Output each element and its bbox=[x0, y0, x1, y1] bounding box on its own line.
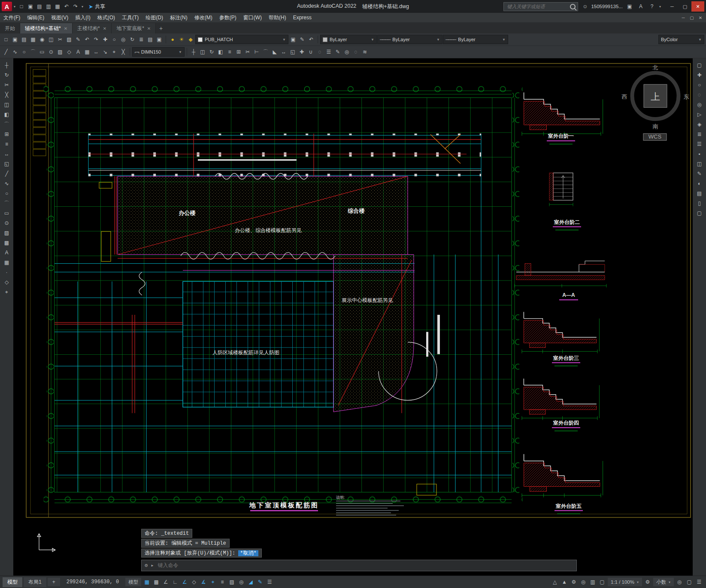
plotstyle-combo[interactable]: ByColor ▼ bbox=[658, 35, 704, 44]
viewcube-up-face[interactable]: 上 bbox=[651, 91, 660, 102]
menu-insert[interactable]: 插入(I) bbox=[72, 13, 94, 22]
array-icon[interactable]: ⊞ bbox=[234, 48, 243, 56]
undo-icon[interactable]: ↶ bbox=[83, 35, 91, 44]
menu-help[interactable]: 帮助(H) bbox=[265, 13, 290, 22]
table-icon[interactable]: ▦ bbox=[83, 48, 91, 56]
graphics-icon[interactable]: ▥ bbox=[588, 578, 597, 586]
ortho-icon[interactable]: ∟ bbox=[171, 578, 179, 586]
tab-close-icon[interactable]: ✕ bbox=[147, 26, 151, 31]
color-combo[interactable]: ByLayer ▼ bbox=[320, 35, 377, 44]
help-caret-icon[interactable]: ▾ bbox=[659, 5, 661, 9]
save-icon[interactable]: ▤ bbox=[35, 2, 44, 11]
copy2-icon[interactable]: ◫ bbox=[3, 100, 11, 109]
transparency-icon[interactable]: ▨ bbox=[227, 578, 236, 586]
lineweight-combo[interactable]: ──── ByLayer ▼ bbox=[443, 35, 508, 44]
layers-icon[interactable]: ≣ bbox=[695, 130, 704, 139]
doc-restore-icon[interactable]: ▢ bbox=[688, 15, 696, 20]
command-input[interactable] bbox=[157, 562, 573, 569]
search-field[interactable] bbox=[503, 2, 578, 11]
viewcube-west[interactable]: 西 bbox=[622, 93, 627, 100]
sheet-set-icon[interactable]: ▤ bbox=[695, 189, 704, 198]
polyline-icon[interactable]: ∿ bbox=[3, 179, 11, 188]
menu-file[interactable]: 文件(F) bbox=[0, 13, 24, 22]
stretch-icon[interactable]: ↔ bbox=[279, 48, 288, 56]
otrack-icon[interactable]: ∡ bbox=[199, 578, 208, 586]
match2-icon[interactable]: ✎ bbox=[333, 48, 342, 56]
menu-draw[interactable]: 绘图(D) bbox=[142, 13, 167, 22]
circle-icon[interactable]: ○ bbox=[20, 48, 28, 56]
tab-dixiashi-diban[interactable]: 地下室底板* ✕ bbox=[112, 23, 156, 33]
cut-icon[interactable]: ✂ bbox=[56, 35, 64, 44]
autocad-logo-icon[interactable]: A bbox=[2, 2, 12, 11]
workspace-icon[interactable]: ⚙ bbox=[570, 578, 578, 586]
block-icon[interactable]: ◇ bbox=[3, 278, 11, 286]
rectangle-icon[interactable]: ▭ bbox=[38, 48, 46, 56]
tab-close-icon[interactable]: ✕ bbox=[103, 26, 106, 31]
extents-icon[interactable]: ◎ bbox=[119, 35, 127, 44]
dynamic-input-icon[interactable]: ✎ bbox=[256, 578, 264, 586]
make-current-icon[interactable]: ▣ bbox=[155, 35, 164, 44]
tab-fulou-jiegou[interactable]: 辅楼结构+基础* ✕ bbox=[20, 23, 73, 33]
trim-icon[interactable]: ✂ bbox=[3, 81, 11, 89]
map-icon[interactable]: ◈ bbox=[695, 120, 704, 129]
viewcube-south[interactable]: 南 bbox=[653, 123, 658, 130]
recent-commands-icon[interactable]: ▸ bbox=[151, 562, 154, 569]
rotate-icon[interactable]: ↻ bbox=[207, 48, 216, 56]
sun-icon[interactable]: ☀ bbox=[177, 35, 186, 44]
dynamic-ucs-icon[interactable]: ◢ bbox=[246, 578, 255, 586]
infer-icon[interactable]: ∠ bbox=[161, 578, 170, 586]
tab-close-icon[interactable]: ✕ bbox=[64, 26, 67, 31]
scale-icon[interactable]: ◱ bbox=[3, 160, 11, 168]
line-icon[interactable]: ╱ bbox=[3, 169, 11, 178]
autodesk-a-icon[interactable]: A bbox=[636, 2, 645, 11]
menu-edit[interactable]: 编辑(E) bbox=[24, 13, 48, 22]
drawing-canvas[interactable]: 办公楼 综合楼 办公楼、综合楼模板配筋另见 展示中心模板配筋另见 人防区域楼板配… bbox=[13, 58, 693, 576]
cycling-icon[interactable]: ◎ bbox=[237, 578, 245, 586]
command-input-bar[interactable]: ⚙ ▸ bbox=[141, 560, 577, 571]
markup-icon[interactable]: ✎ bbox=[695, 169, 704, 178]
osnap-icon[interactable]: ⌖ bbox=[209, 578, 217, 586]
close-button[interactable]: ✕ bbox=[691, 1, 704, 12]
overkill-icon[interactable]: ≋ bbox=[361, 48, 369, 56]
leader-icon[interactable]: ↘ bbox=[101, 48, 109, 56]
isolate-icon[interactable]: ◎ bbox=[342, 48, 351, 56]
text-icon[interactable]: A bbox=[74, 48, 82, 56]
lock-icon[interactable]: ◆ bbox=[186, 35, 195, 44]
redo-icon[interactable]: ↷ bbox=[71, 2, 80, 11]
arc-icon[interactable]: ⌒ bbox=[3, 199, 11, 208]
customize-command-icon[interactable]: ⚙ bbox=[145, 562, 148, 569]
rectangle-icon[interactable]: ▭ bbox=[3, 209, 11, 217]
mirror-icon[interactable]: ◧ bbox=[3, 110, 11, 119]
orbit-icon[interactable]: ◌ bbox=[695, 90, 704, 99]
fillet-icon[interactable]: ⌒ bbox=[3, 120, 11, 129]
annotation-visibility-icon[interactable]: △ bbox=[551, 578, 559, 586]
save-icon[interactable]: ▤ bbox=[20, 35, 28, 44]
clean-screen-icon[interactable]: ▢ bbox=[685, 578, 694, 586]
pan-icon[interactable]: ✚ bbox=[695, 71, 704, 79]
annotation-scale-combo[interactable]: 1:1 / 100% ▾ bbox=[608, 578, 642, 586]
dimstyle-combo[interactable]: ⌐¬ DIMN150 ▼ bbox=[132, 47, 185, 57]
model-space-button[interactable]: 模型 bbox=[125, 578, 141, 586]
regen-icon[interactable]: ↻ bbox=[128, 35, 136, 44]
preview-icon[interactable]: ◉ bbox=[38, 35, 46, 44]
maximize-button[interactable]: ▢ bbox=[679, 1, 691, 12]
grid-icon[interactable]: ▦ bbox=[142, 578, 151, 586]
isodraft-icon[interactable]: ◇ bbox=[190, 578, 198, 586]
menu-window[interactable]: 窗口(W) bbox=[240, 13, 265, 22]
erase-icon[interactable]: ╳ bbox=[3, 90, 11, 99]
wheel-icon[interactable]: ◎ bbox=[695, 100, 704, 109]
move-icon[interactable]: ┼ bbox=[3, 61, 11, 69]
zoom-icon[interactable]: ○ bbox=[695, 81, 704, 89]
erase-icon[interactable]: ╳ bbox=[119, 48, 127, 56]
rotate-icon[interactable]: ↻ bbox=[3, 71, 11, 79]
clean-screen-icon[interactable]: ▢ bbox=[598, 578, 606, 586]
menu-modify[interactable]: 修改(M) bbox=[191, 13, 216, 22]
properties-icon[interactable]: ☰ bbox=[324, 48, 333, 56]
ellipse-icon[interactable]: ⊙ bbox=[3, 219, 11, 227]
group-icon[interactable]: ◌ bbox=[315, 48, 324, 56]
new-layout-button[interactable]: + bbox=[48, 578, 60, 586]
join-icon[interactable]: ∪ bbox=[306, 48, 315, 56]
dimension-icon[interactable]: ↔ bbox=[92, 48, 100, 56]
explode-icon[interactable]: ✚ bbox=[297, 48, 306, 56]
viewcube-east[interactable]: 东 bbox=[684, 93, 689, 100]
